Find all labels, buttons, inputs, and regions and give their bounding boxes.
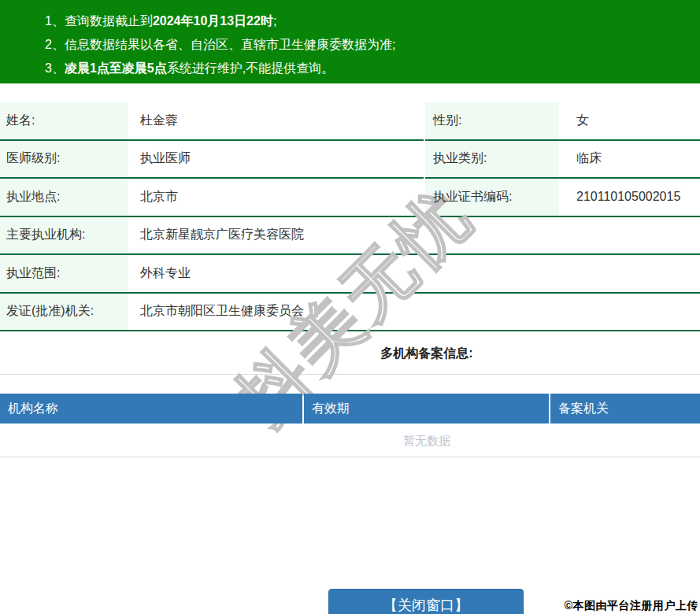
divider-line — [0, 374, 700, 375]
field-label-text: 发证(批准)机关: — [6, 303, 94, 320]
field-practice-scope-value: 外科专业 — [128, 255, 191, 292]
field-value-text: 外科专业 — [140, 265, 191, 282]
field-doctor-level-value: 执业医师 — [128, 141, 191, 178]
field-practice-location-value: 北京市 — [128, 179, 178, 216]
field-gender-label: 性别: — [425, 102, 559, 139]
notice-text-bold: 2024年10月13日22时 — [153, 14, 273, 28]
query-result-page: 1、查询数据截止到2024年10月13日22时; 2、信息数据结果以各省、自治区… — [0, 0, 700, 614]
field-label-text: 姓名: — [6, 113, 35, 129]
field-gender-value: 女 — [559, 102, 589, 139]
field-label-text: 主要执业机构: — [6, 227, 85, 243]
table-row-level-category: 医师级别: 执业医师 执业类别: 临床 — [0, 141, 700, 179]
notice-number: 2、 — [45, 38, 65, 51]
field-value-text: 北京新星靓京广医疗美容医院 — [140, 227, 304, 243]
table-row-practice-scope: 执业范围: 外科专业 — [0, 255, 700, 294]
notice-line-3: 3、凌晨1点至凌晨5点系统进行维护,不能提供查询。 — [45, 57, 700, 80]
no-data-placeholder: 暂无数据 — [0, 425, 700, 457]
column-header-validity-period: 有效期 — [304, 394, 549, 424]
field-value-text: 女 — [576, 113, 589, 129]
field-label-text: 执业范围: — [6, 265, 60, 282]
field-certificate-number-label: 执业证书编码: — [425, 179, 559, 216]
field-name: 姓名: 杜金蓉 — [0, 102, 424, 141]
notice-line-2: 2、信息数据结果以各省、自治区、直辖市卫生健康委数据为准; — [45, 33, 700, 57]
notice-text: 信息数据结果以各省、自治区、直辖市卫生健康委数据为准; — [65, 38, 395, 51]
field-value-text: 临床 — [576, 150, 602, 167]
filing-section-title: 多机构备案信息: — [0, 340, 700, 367]
notice-text: 查询数据截止到 — [65, 14, 153, 28]
field-name-label: 姓名: — [0, 102, 128, 139]
notice-text-bold: 凌晨1点至凌晨5点 — [65, 61, 167, 75]
field-certificate-number-value: 210110105002015 — [559, 179, 680, 216]
table-row-location-certificate: 执业地点: 北京市 执业证书编码: 210110105002015 — [0, 179, 700, 217]
field-practice-location: 执业地点: 北京市 — [0, 179, 424, 217]
field-label-text: 执业证书编码: — [433, 189, 512, 205]
notice-line-1: 1、查询数据截止到2024年10月13日22时; — [45, 9, 700, 33]
filing-table-header: 机构名称 有效期 备案机关 — [0, 394, 700, 424]
column-header-filing-authority: 备案机关 — [550, 394, 700, 424]
field-label-text: 医师级别: — [6, 150, 60, 167]
practitioner-info-table: 姓名: 杜金蓉 性别: 女 医师级别: 执业医师 执业类别: 临床 执业地点: … — [0, 102, 700, 331]
field-practice-category: 执业类别: 临床 — [425, 141, 700, 179]
field-value-text: 北京市朝阳区卫生健康委员会 — [140, 303, 304, 320]
field-practice-scope-label: 执业范围: — [0, 255, 128, 292]
field-doctor-level-label: 医师级别: — [0, 141, 128, 178]
field-practice-category-value: 临床 — [559, 141, 602, 178]
field-gender: 性别: 女 — [425, 102, 700, 141]
notice-banner: 1、查询数据截止到2024年10月13日22时; 2、信息数据结果以各省、自治区… — [0, 0, 700, 83]
field-main-institution: 主要执业机构: 北京新星靓京广医疗美容医院 — [0, 217, 700, 256]
field-issuing-authority-value: 北京市朝阳区卫生健康委员会 — [128, 294, 304, 331]
divider-line — [0, 457, 700, 457]
field-value-text: 杜金蓉 — [140, 113, 178, 129]
field-name-value: 杜金蓉 — [128, 102, 178, 139]
upload-attribution-watermark: ©本图由平台注册用户上传 — [565, 599, 698, 613]
close-window-button[interactable]: 【关闭窗口】 — [328, 589, 524, 614]
field-label-text: 执业类别: — [433, 150, 487, 167]
table-row-main-institution: 主要执业机构: 北京新星靓京广医疗美容医院 — [0, 217, 700, 256]
field-main-institution-label: 主要执业机构: — [0, 217, 128, 254]
table-row-name-gender: 姓名: 杜金蓉 性别: 女 — [0, 102, 700, 141]
field-value-text: 执业医师 — [140, 150, 191, 167]
field-label-text: 执业地点: — [6, 189, 60, 205]
notice-number: 3、 — [45, 61, 65, 75]
field-issuing-authority-label: 发证(批准)机关: — [0, 294, 128, 331]
field-main-institution-value: 北京新星靓京广医疗美容医院 — [128, 217, 304, 254]
field-practice-category-label: 执业类别: — [425, 141, 559, 178]
field-label-text: 性别: — [433, 113, 461, 129]
field-practice-scope: 执业范围: 外科专业 — [0, 255, 700, 294]
field-practice-location-label: 执业地点: — [0, 179, 128, 216]
field-value-text: 210110105002015 — [576, 190, 680, 204]
column-header-institution-name: 机构名称 — [0, 394, 302, 424]
notice-number: 1、 — [45, 14, 65, 28]
field-doctor-level: 医师级别: 执业医师 — [0, 141, 424, 179]
notice-text: ; — [273, 14, 276, 28]
table-row-issuing-authority: 发证(批准)机关: 北京市朝阳区卫生健康委员会 — [0, 294, 700, 332]
field-certificate-number: 执业证书编码: 210110105002015 — [425, 179, 700, 217]
field-value-text: 北京市 — [140, 189, 178, 205]
field-issuing-authority: 发证(批准)机关: 北京市朝阳区卫生健康委员会 — [0, 294, 700, 332]
notice-text: 系统进行维护,不能提供查询。 — [167, 61, 334, 75]
